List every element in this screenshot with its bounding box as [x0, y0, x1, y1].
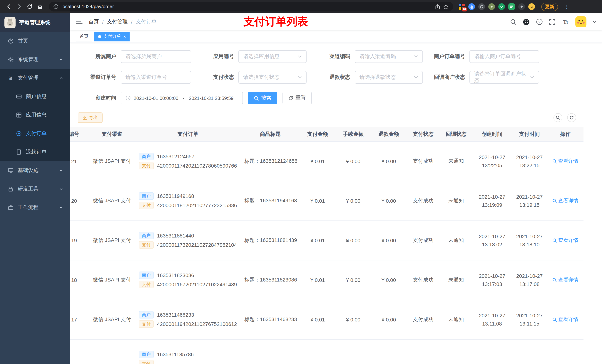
fullscreen-icon[interactable] — [549, 19, 555, 25]
merchant-order-label: 商户订单编号 — [423, 53, 469, 60]
breadcrumb: 首页 / 支付管理 / 支付订单 — [88, 19, 157, 25]
callback-status-select[interactable]: 请选择订单回调商户状态 — [469, 71, 539, 83]
end-date-value[interactable]: 2021-10-31 23:59:59 — [189, 95, 233, 101]
share-icon[interactable] — [435, 4, 440, 10]
merchant-tag: 商户 — [139, 153, 154, 160]
breadcrumb-home[interactable]: 首页 — [88, 19, 99, 25]
credit-card-icon — [16, 94, 22, 100]
extension-grid-icon[interactable]: 10 — [458, 3, 465, 10]
sidebar-item-merchant-info[interactable]: 商户信息 — [0, 87, 70, 106]
reset-button[interactable]: 重置 — [282, 92, 312, 104]
lock-icon — [7, 186, 14, 192]
extension-dark-icon[interactable] — [478, 3, 485, 10]
breadcrumb-separator: / — [102, 19, 104, 25]
sidebar-item-label: 首页 — [18, 38, 28, 44]
channel-order-no: 4200001194202110276752100612 — [157, 321, 237, 327]
create-time-range[interactable]: 2021-10-01 00:00:00 - 2021-10-31 23:59:5… — [121, 92, 243, 104]
channel-order-no: 4200001174202110278060590766 — [157, 163, 237, 169]
refund-amount: ¥ 0.00 — [371, 141, 407, 181]
sidebar-item-payment-management[interactable]: ¥ 支付管理 — [0, 69, 70, 87]
sidebar-item-system-management[interactable]: 系统管理 — [0, 50, 70, 69]
export-button[interactable]: 导出 — [78, 113, 103, 123]
chevron-down-icon — [298, 55, 302, 58]
col-notify: 回调状态 — [440, 127, 473, 141]
pay-status: 支付成功 — [407, 300, 440, 339]
refund-status-select[interactable]: 请选择退款状态 — [355, 71, 423, 83]
caret-down-icon[interactable] — [593, 20, 596, 23]
breadcrumb-payment[interactable]: 支付管理 — [107, 19, 128, 25]
search-toggle-button[interactable] — [553, 113, 562, 122]
search-icon[interactable] — [510, 19, 516, 25]
app-select[interactable]: 请选择应用信息 — [238, 50, 307, 63]
sidebar-item-dev-tools[interactable]: 研发工具 — [0, 180, 70, 198]
tag-home[interactable]: 首页 — [76, 32, 92, 41]
placeholder-text: 请输入商户订单编号 — [474, 53, 521, 60]
pay-status: 支付成功 — [407, 181, 440, 220]
update-button[interactable]: 更新 — [541, 2, 558, 11]
chevron-down-icon — [414, 55, 418, 58]
menu-kebab-icon[interactable]: ⋮ — [564, 4, 570, 10]
export-button-label: 导出 — [89, 114, 98, 121]
tags-bar: 首页 支付订单 × — [70, 30, 602, 43]
extension-chat-icon[interactable] — [508, 3, 515, 10]
url-bar[interactable]: localhost:1024/pay/order — [49, 2, 453, 11]
table-header-row: 编号 支付渠道 支付订单 商品标题 支付金额 手续金额 退款金额 支付状态 回调… — [70, 127, 583, 141]
product-title: 标题：1635311823086 — [241, 260, 300, 300]
table-row: 18 微信 JSAPI 支付 商户 1635311823086 支付 42000… — [70, 260, 583, 300]
forward-button[interactable] — [14, 1, 24, 12]
merchant-label: 所属商户 — [78, 53, 121, 60]
sidebar-item-home[interactable]: 首页 — [0, 32, 70, 50]
hamburger-icon[interactable] — [76, 19, 83, 25]
view-detail-link[interactable]: 查看详情 — [552, 158, 578, 165]
refresh-button[interactable] — [567, 113, 576, 122]
close-icon[interactable]: × — [123, 34, 126, 39]
sidebar-item-refund-orders[interactable]: 退款订单 — [0, 143, 70, 161]
actions-cell: 查看详情 — [547, 181, 583, 220]
actions-cell: 查看详情 — [547, 141, 583, 181]
sidebar-item-label: 退款订单 — [26, 149, 47, 155]
orders-table-wrap: 编号 支付渠道 支付订单 商品标题 支付金额 手续金额 退款金额 支付状态 回调… — [70, 127, 595, 364]
extension-puzzle-icon[interactable] — [518, 3, 525, 10]
extension-emoji-icon[interactable] — [528, 3, 535, 10]
extension-check-icon[interactable] — [498, 3, 505, 10]
merchant-order-input[interactable]: 请输入商户订单编号 — [469, 50, 539, 63]
reload-button[interactable] — [24, 1, 35, 12]
start-date-value[interactable]: 2021-10-01 00:00:00 — [134, 95, 178, 101]
pay-status: 支付成功 — [407, 141, 440, 181]
sidebar-item-payment-orders[interactable]: 支付订单 — [0, 124, 70, 143]
create-time-cell: 2021-10-27 13:11:08 — [473, 300, 512, 339]
view-detail-link[interactable]: 查看详情 — [552, 316, 578, 323]
merchant-select[interactable]: 请选择所属商户 — [121, 50, 191, 63]
pay-tag: 支付 — [139, 202, 154, 209]
sidebar-item-workflow[interactable]: 工作流程 — [0, 198, 70, 217]
url-text[interactable]: localhost:1024/pay/order — [62, 4, 432, 9]
bookmark-star-icon[interactable] — [443, 4, 449, 10]
extension-drop-icon[interactable] — [468, 3, 475, 10]
view-detail-link[interactable]: 查看详情 — [552, 197, 578, 204]
view-detail-link[interactable]: 查看详情 — [552, 237, 578, 244]
col-refund: 退款金额 — [371, 127, 407, 141]
channel-code-select[interactable]: 请输入渠道编码 — [355, 50, 423, 63]
pay-status-select[interactable]: 请选择支付状态 — [238, 71, 307, 83]
tag-payment-orders[interactable]: 支付订单 × — [94, 32, 129, 41]
font-size-icon[interactable]: TT — [562, 19, 569, 25]
back-button[interactable] — [4, 1, 14, 12]
view-detail-label: 查看详情 — [558, 316, 578, 323]
channel-order-input[interactable]: 请输入渠道订单号 — [121, 71, 191, 83]
pay-order-cell: 商户 1635311468233 支付 42000011942021102767… — [135, 300, 241, 339]
info-icon[interactable] — [53, 4, 58, 9]
github-icon[interactable] — [523, 18, 530, 25]
help-icon[interactable]: ? — [536, 19, 543, 25]
search-button[interactable]: 搜索 — [248, 92, 277, 104]
sidebar-item-app-info[interactable]: 应用信息 — [0, 106, 70, 124]
extension-olive-icon[interactable] — [488, 3, 495, 10]
sidebar-item-infrastructure[interactable]: 基础设施 — [0, 161, 70, 180]
product-title: 标题：1635311881439 — [241, 220, 300, 260]
view-detail-link[interactable]: 查看详情 — [552, 277, 578, 283]
fee-amount: ¥ 0.00 — [335, 220, 371, 260]
user-avatar[interactable] — [575, 16, 586, 27]
filter-row-2: 渠道订单号 请输入渠道订单号 支付状态 请选择支付状态 退款状态 请选择退款状态… — [78, 71, 595, 83]
home-button[interactable] — [35, 1, 45, 12]
pay-channel: 微信 JSAPI 支付 — [89, 260, 135, 300]
col-title: 商品标题 — [241, 127, 300, 141]
